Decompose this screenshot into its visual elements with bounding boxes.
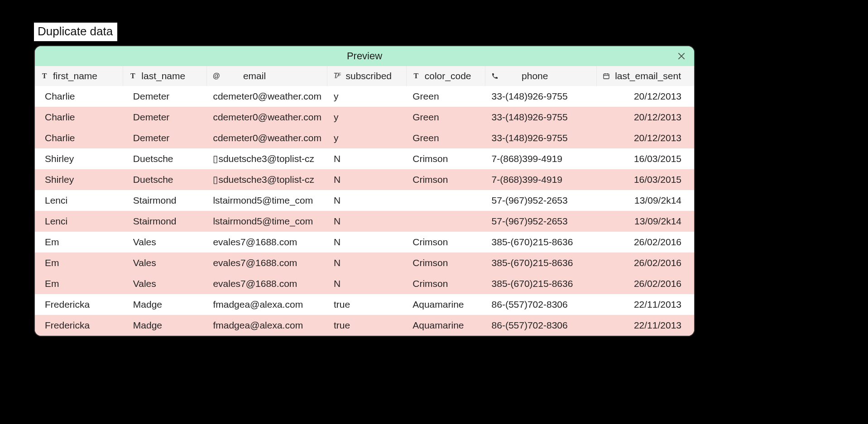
cell-color-code (406, 211, 485, 232)
cell-color-code: Green (406, 86, 485, 107)
cell-subscribed: N (327, 169, 406, 190)
cell-subscribed: N (327, 211, 406, 232)
cell-subscribed: N (327, 273, 406, 294)
cell-subscribed: N (327, 148, 406, 169)
cell-last-name: Vales (123, 273, 207, 294)
cell-first-name: Shirley (35, 169, 123, 190)
cell-color-code: Crimson (406, 148, 485, 169)
cell-phone: 33-(148)926-9755 (485, 128, 597, 148)
date-type-icon (602, 72, 610, 80)
table-row[interactable]: LenciStairmondlstairmond5@time_comN57-(9… (35, 190, 694, 211)
cell-email: lstairmond5@time_com (206, 211, 327, 232)
table-row[interactable]: CharlieDemetercdemeter0@weather.comyGree… (35, 86, 694, 107)
cell-last-name: Stairmond (123, 190, 207, 211)
cell-last-email-sent: 22/11/2013 (597, 315, 694, 336)
cell-first-name: Em (35, 232, 123, 252)
cell-first-name: Lenci (35, 211, 123, 232)
cell-subscribed: N (327, 190, 406, 211)
cell-last-email-sent: 26/02/2016 (597, 232, 694, 252)
cell-last-email-sent: 16/03/2015 (597, 148, 694, 169)
cell-last-email-sent: 26/02/2016 (597, 273, 694, 294)
cell-last-name: Demeter (123, 86, 207, 107)
cell-first-name: Charlie (35, 107, 123, 128)
cell-email: cdemeter0@weather.com (206, 86, 327, 107)
cell-color-code: Crimson (406, 169, 485, 190)
text-type-icon: T (412, 72, 420, 80)
panel-header-label: Preview (347, 50, 382, 62)
cell-email: ▯sduetsche3@toplist-cz (206, 148, 327, 169)
cell-email: fmadgea@alexa.com (206, 294, 327, 315)
cell-last-email-sent: 13/09/2k14 (597, 211, 694, 232)
cell-phone: 33-(148)926-9755 (485, 86, 597, 107)
cell-last-email-sent: 13/09/2k14 (597, 190, 694, 211)
col-label: last_name (141, 71, 185, 81)
col-label: first_name (53, 71, 97, 81)
col-label: subscribed (345, 71, 392, 81)
cell-subscribed: true (327, 294, 406, 315)
cell-phone: 385-(670)215-8636 (485, 232, 597, 252)
col-header-last-email-sent[interactable]: last_email_sent (597, 66, 694, 86)
bool-type-icon: T⁄F (333, 72, 341, 80)
cell-subscribed: N (327, 252, 406, 273)
cell-email: lstairmond5@time_com (206, 190, 327, 211)
cell-last-name: Duetsche (123, 148, 207, 169)
cell-phone: 86-(557)702-8306 (485, 315, 597, 336)
cell-email: evales7@1688.com (206, 232, 327, 252)
col-header-email[interactable]: @email (206, 66, 327, 86)
cell-email: evales7@1688.com (206, 252, 327, 273)
cell-color-code: Green (406, 128, 485, 148)
table-row[interactable]: EmValesevales7@1688.comNCrimson385-(670)… (35, 252, 694, 273)
cell-last-email-sent: 20/12/2013 (597, 128, 694, 148)
cell-color-code: Crimson (406, 252, 485, 273)
page-title: Duplicate data (34, 23, 117, 41)
at-type-icon: @ (212, 72, 221, 80)
cell-first-name: Em (35, 252, 123, 273)
cell-first-name: Shirley (35, 148, 123, 169)
cell-subscribed: true (327, 315, 406, 336)
cell-last-email-sent: 16/03/2015 (597, 169, 694, 190)
col-label: last_email_sent (615, 71, 681, 81)
col-header-color-code[interactable]: Tcolor_code (406, 66, 485, 86)
table-row[interactable]: FrederickaMadgefmadgea@alexa.comtrueAqua… (35, 294, 694, 315)
cell-phone: 385-(670)215-8636 (485, 252, 597, 273)
cell-last-name: Vales (123, 252, 207, 273)
table-header-row: Tfirst_name Tlast_name @email T⁄Fsubscri… (35, 66, 694, 86)
cell-color-code: Aquamarine (406, 294, 485, 315)
col-header-phone[interactable]: phone (485, 66, 597, 86)
table-row[interactable]: FrederickaMadgefmadgea@alexa.comtrueAqua… (35, 315, 694, 336)
cell-last-name: Vales (123, 232, 207, 252)
col-header-subscribed[interactable]: T⁄Fsubscribed (327, 66, 406, 86)
preview-panel: Preview Tfirst_name Tlast_name @emai (34, 45, 695, 337)
cell-email: cdemeter0@weather.com (206, 128, 327, 148)
preview-table: Tfirst_name Tlast_name @email T⁄Fsubscri… (35, 66, 694, 336)
col-header-first-name[interactable]: Tfirst_name (35, 66, 123, 86)
table-body: CharlieDemetercdemeter0@weather.comyGree… (35, 86, 694, 336)
cell-subscribed: y (327, 128, 406, 148)
table-row[interactable]: EmValesevales7@1688.comNCrimson385-(670)… (35, 232, 694, 252)
cell-color-code: Crimson (406, 232, 485, 252)
cell-last-email-sent: 20/12/2013 (597, 107, 694, 128)
cell-last-name: Duetsche (123, 169, 207, 190)
table-row[interactable]: LenciStairmondlstairmond5@time_comN57-(9… (35, 211, 694, 232)
col-label: email (243, 71, 266, 81)
table-row[interactable]: EmValesevales7@1688.comNCrimson385-(670)… (35, 273, 694, 294)
table-row[interactable]: ShirleyDuetsche▯sduetsche3@toplist-czNCr… (35, 148, 694, 169)
table-row[interactable]: ShirleyDuetsche▯sduetsche3@toplist-czNCr… (35, 169, 694, 190)
cell-email: evales7@1688.com (206, 273, 327, 294)
cell-first-name: Em (35, 273, 123, 294)
cell-color-code: Green (406, 107, 485, 128)
cell-color-code: Aquamarine (406, 315, 485, 336)
close-icon[interactable] (675, 50, 688, 62)
cell-last-email-sent: 22/11/2013 (597, 294, 694, 315)
cell-phone: 57-(967)952-2653 (485, 211, 597, 232)
cell-last-email-sent: 20/12/2013 (597, 86, 694, 107)
svg-rect-2 (604, 74, 609, 79)
table-row[interactable]: CharlieDemetercdemeter0@weather.comyGree… (35, 128, 694, 148)
col-header-last-name[interactable]: Tlast_name (123, 66, 207, 86)
text-type-icon: T (40, 72, 48, 80)
cell-color-code (406, 190, 485, 211)
table-row[interactable]: CharlieDemetercdemeter0@weather.comyGree… (35, 107, 694, 128)
cell-first-name: Charlie (35, 128, 123, 148)
cell-last-name: Demeter (123, 128, 207, 148)
cell-phone: 7-(868)399-4919 (485, 169, 597, 190)
